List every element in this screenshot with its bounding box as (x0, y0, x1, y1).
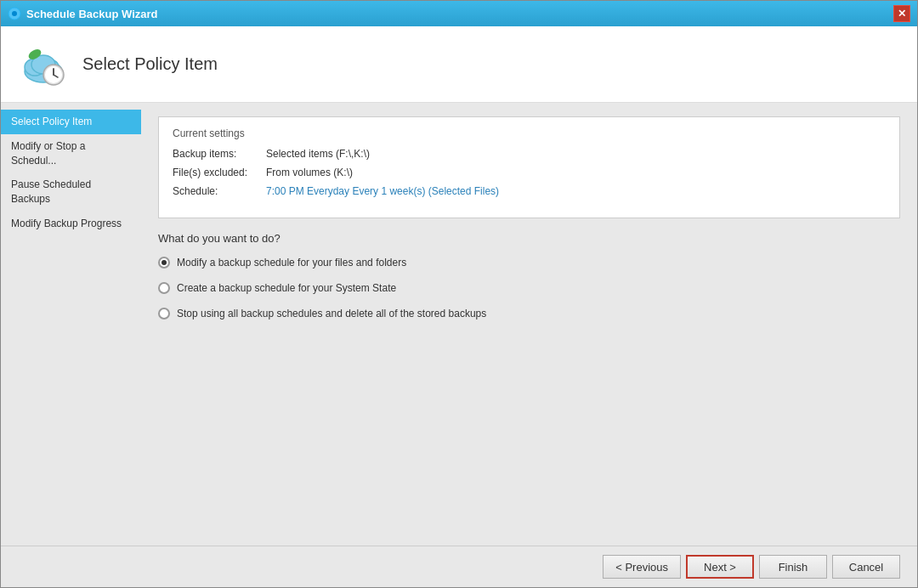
sidebar-item-pause[interactable]: Pause Scheduled Backups (1, 172, 141, 212)
next-button[interactable]: Next > (686, 555, 754, 579)
current-settings-label: Current settings (173, 127, 886, 139)
page-title: Select Policy Item (82, 54, 218, 74)
what-todo-label: What do you want to do? (158, 232, 900, 245)
radio-label-1: Create a backup schedule for your System… (177, 282, 396, 294)
finish-button[interactable]: Finish (759, 555, 827, 579)
schedule-key: Schedule: (173, 185, 266, 197)
settings-row-files-excluded: File(s) excluded: From volumes (K:\) (173, 167, 886, 178)
radio-option-0[interactable]: Modify a backup schedule for your files … (158, 257, 900, 269)
sidebar-item-modify-progress[interactable]: Modify Backup Progress (1, 212, 141, 236)
backup-items-value: Selected items (F:\,K:\) (266, 148, 370, 160)
files-excluded-value: From volumes (K:\) (266, 167, 353, 178)
window-title: Schedule Backup Wizard (26, 8, 157, 20)
radio-option-1[interactable]: Create a backup schedule for your System… (158, 282, 900, 294)
cancel-button[interactable]: Cancel (832, 555, 900, 579)
files-excluded-key: File(s) excluded: (173, 167, 266, 178)
window: Schedule Backup Wizard ✕ Select Policy I… (0, 0, 918, 588)
backup-items-key: Backup items: (173, 148, 266, 160)
previous-button[interactable]: < Previous (603, 555, 681, 579)
radio-label-2: Stop using all backup schedules and dele… (177, 308, 486, 319)
sidebar: Select Policy Item Modify or Stop a Sche… (1, 103, 141, 546)
schedule-value: 7:00 PM Everyday Every 1 week(s) (Select… (266, 185, 499, 197)
radio-label-0: Modify a backup schedule for your files … (177, 257, 406, 269)
content-area: Current settings Backup items: Selected … (141, 103, 917, 546)
main-area: Select Policy Item Modify or Stop a Sche… (1, 103, 917, 546)
radio-circle-1 (158, 282, 170, 294)
footer: < Previous Next > Finish Cancel (1, 546, 917, 587)
radio-option-2[interactable]: Stop using all backup schedules and dele… (158, 308, 900, 319)
radio-group: Modify a backup schedule for your files … (158, 257, 900, 319)
current-settings-box: Current settings Backup items: Selected … (158, 116, 900, 218)
settings-row-schedule: Schedule: 7:00 PM Everyday Every 1 week(… (173, 185, 886, 197)
sidebar-item-select-policy[interactable]: Select Policy Item (1, 110, 141, 134)
close-button[interactable]: ✕ (893, 5, 910, 22)
app-icon (8, 7, 21, 20)
title-bar: Schedule Backup Wizard ✕ (1, 1, 917, 26)
header-area: Select Policy Item (1, 26, 917, 103)
radio-circle-0 (158, 257, 170, 269)
title-bar-left: Schedule Backup Wizard (8, 7, 157, 20)
header-icon (18, 39, 69, 90)
settings-row-backup-items: Backup items: Selected items (F:\,K:\) (173, 148, 886, 160)
radio-circle-2 (158, 308, 170, 319)
sidebar-item-modify-stop[interactable]: Modify or Stop a Schedul... (1, 134, 141, 173)
